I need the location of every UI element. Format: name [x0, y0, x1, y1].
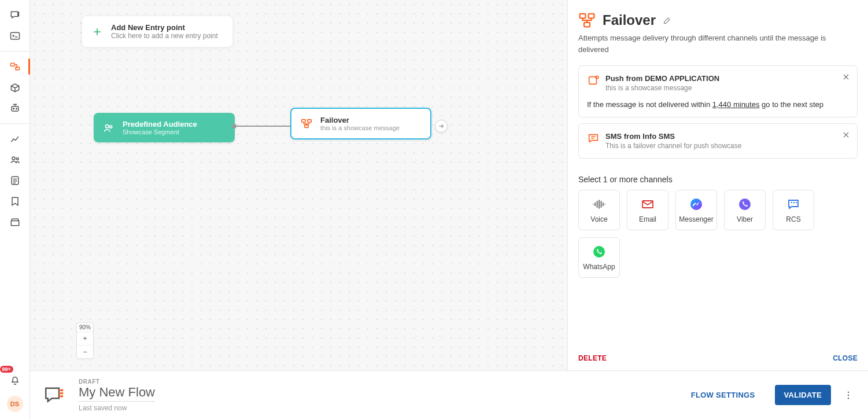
- rail-item-bookmark[interactable]: [5, 191, 25, 212]
- messenger-icon: [689, 197, 704, 212]
- rcs-icon: [786, 197, 801, 212]
- step-card-sms[interactable]: SMS from Info SMS This is a failover cha…: [578, 123, 858, 159]
- rail-item-people[interactable]: [5, 149, 25, 170]
- step-title: Push from DEMO APPLICATION: [605, 74, 719, 83]
- rail-item-store[interactable]: [5, 212, 25, 233]
- flow-meta: DRAFT My New Flow Last saved now: [79, 378, 155, 412]
- panel-actions: DELETE CLOSE: [578, 346, 858, 370]
- add-entry-subtitle: Click here to add a new entry point: [111, 32, 218, 40]
- step-subtitle: This is a failover channel for push show…: [605, 142, 741, 150]
- user-avatar[interactable]: DS: [7, 396, 23, 412]
- package-icon: [9, 82, 21, 93]
- voice-icon: [592, 197, 607, 212]
- step-card-push[interactable]: Push from DEMO APPLICATION this is a sho…: [578, 65, 858, 117]
- rail-item-box[interactable]: [5, 77, 25, 98]
- rail-item-broadcast[interactable]: [5, 25, 25, 46]
- flow-icon: [9, 61, 21, 72]
- rail-item-list[interactable]: [5, 170, 25, 191]
- flow-status: DRAFT: [79, 378, 155, 385]
- canvas[interactable]: Add New Entry point Click here to add a …: [30, 0, 567, 370]
- channel-messenger[interactable]: Messenger: [675, 190, 717, 230]
- panel-title: Failover: [603, 12, 656, 28]
- node-audience[interactable]: Predefined Audience Showcase Segment: [94, 113, 235, 142]
- svg-point-10: [16, 158, 19, 160]
- node-failover[interactable]: Failover this is a showcase message: [290, 108, 431, 139]
- bell-icon: [9, 374, 21, 385]
- svg-point-29: [848, 391, 849, 392]
- svg-rect-15: [308, 119, 311, 122]
- svg-point-2: [18, 15, 19, 16]
- channel-grid: Voice Email Messenger: [578, 190, 858, 278]
- channel-voice[interactable]: Voice: [578, 190, 620, 230]
- zoom-in-button[interactable]: +: [77, 332, 93, 345]
- node-out-port[interactable]: [435, 120, 448, 133]
- rail-item-conversations[interactable]: [5, 5, 25, 25]
- channel-viber[interactable]: Viber: [724, 190, 766, 230]
- rail-item-analytics[interactable]: [5, 128, 25, 149]
- add-entry-point-card[interactable]: Add New Entry point Click here to add a …: [82, 16, 232, 47]
- arrow-right-icon: [438, 123, 445, 130]
- failover-icon: [300, 117, 313, 131]
- step-subtitle: this is a showcase message: [605, 84, 719, 92]
- svg-rect-5: [15, 67, 19, 70]
- svg-point-25: [593, 246, 605, 258]
- step-rule: If the message is not delivered within 1…: [587, 100, 849, 109]
- flow-bottom-icon: [43, 383, 67, 407]
- bot-icon: [9, 102, 21, 114]
- node-audience-title: Predefined Audience: [123, 120, 197, 128]
- svg-rect-3: [10, 32, 19, 39]
- channel-whatsapp[interactable]: WhatsApp: [578, 237, 620, 278]
- close-icon: [842, 73, 850, 81]
- terminal-icon: [9, 30, 21, 42]
- svg-point-12: [106, 124, 109, 128]
- close-panel-button[interactable]: CLOSE: [833, 354, 858, 362]
- step-remove-button[interactable]: [841, 72, 851, 82]
- panel-description: Attempts message delivery through differ…: [578, 32, 858, 55]
- side-panel: Failover Attempts message delivery throu…: [567, 0, 868, 370]
- left-rail: 99+ DS: [0, 0, 30, 419]
- rail-item-flow[interactable]: [5, 56, 25, 77]
- delete-button[interactable]: DELETE: [578, 354, 607, 362]
- close-icon: [842, 131, 850, 139]
- flow-saved: Last saved now: [79, 404, 155, 412]
- store-icon: [9, 216, 21, 228]
- pencil-icon: [663, 16, 672, 25]
- zoom-out-button[interactable]: −: [77, 345, 93, 358]
- svg-rect-16: [305, 124, 308, 127]
- bottom-actions: FLOW SETTINGS VALIDATE: [682, 385, 855, 405]
- flow-settings-button[interactable]: FLOW SETTINGS: [682, 385, 764, 405]
- step-title: SMS from Info SMS: [605, 132, 741, 141]
- channel-email[interactable]: Email: [627, 190, 668, 230]
- svg-point-24: [739, 199, 751, 210]
- svg-point-7: [13, 108, 14, 109]
- step-rule-value[interactable]: 1,440 minutes: [712, 100, 760, 109]
- more-menu-button[interactable]: [841, 388, 855, 402]
- svg-rect-14: [302, 119, 305, 122]
- people-icon: [9, 154, 21, 166]
- email-icon: [640, 197, 655, 212]
- whatsapp-icon: [592, 244, 607, 259]
- failover-icon: [578, 12, 596, 29]
- step-remove-button[interactable]: [841, 130, 851, 140]
- notifications-button[interactable]: 99+: [5, 369, 25, 390]
- svg-point-21: [596, 76, 599, 79]
- node-failover-subtitle: this is a showcase message: [320, 124, 400, 131]
- rail-item-bot[interactable]: [5, 98, 25, 119]
- kebab-icon: [843, 390, 854, 400]
- flow-name[interactable]: My New Flow: [79, 385, 155, 402]
- viber-icon: [737, 197, 752, 212]
- validate-button[interactable]: VALIDATE: [775, 385, 831, 405]
- zoom-level: 90%: [77, 323, 93, 332]
- svg-point-0: [18, 12, 19, 13]
- add-entry-title: Add New Entry point: [111, 23, 218, 32]
- push-icon: [587, 74, 600, 87]
- zoom-control: 90% + −: [76, 322, 94, 359]
- edit-title-button[interactable]: [663, 16, 672, 25]
- workspace: Add New Entry point Click here to add a …: [30, 0, 868, 370]
- node-failover-title: Failover: [320, 116, 400, 124]
- node-connector: [235, 126, 290, 127]
- channel-rcs[interactable]: RCS: [773, 190, 814, 230]
- speech-bubble-icon: [9, 9, 21, 21]
- audience-icon: [102, 121, 116, 135]
- svg-point-8: [16, 108, 17, 109]
